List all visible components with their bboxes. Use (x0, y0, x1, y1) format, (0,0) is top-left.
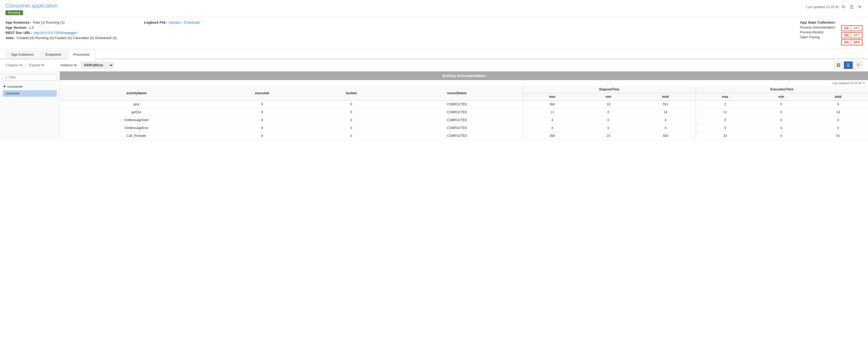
sidebar: ⧖ ▼ consumer consumer (0, 71, 60, 140)
toolbar-separator: | (25, 63, 26, 67)
cell-activity-name: OnMessageStart (60, 116, 213, 124)
list-view-btn[interactable]: ☰ (844, 61, 853, 69)
stats-section: App Stats Collection: Process Instrument… (800, 20, 863, 45)
status-badge: Running (5, 10, 23, 15)
pi-on-btn[interactable]: ON (842, 26, 851, 31)
info-bar: App Instances: Total (1) Running (1) App… (0, 17, 868, 49)
refresh-button[interactable]: ↻ (841, 4, 846, 10)
tree-group: ▼ consumer consumer (3, 84, 57, 97)
table-row: OnMessageStart 9 0 COMPLETED 4 0 4 0 0 0 (60, 116, 868, 124)
col-elapsed-time: ElapsedTime (523, 86, 696, 93)
activity-table: activityName executed faulted recentStat… (60, 86, 868, 140)
cell-ex-max: 11 (696, 108, 754, 116)
instance-select[interactable]: 830ffca66cec (81, 62, 114, 68)
cell-et-min: 0 (581, 108, 635, 116)
cell-et-min: 0 (581, 124, 635, 132)
sidebar-item-label: consumer (5, 92, 20, 95)
logback-label: Logback File: (144, 20, 167, 25)
table-toolbar: Last updated 23:29:45 ↻ (60, 80, 868, 86)
cell-executed: 9 (213, 100, 311, 108)
cell-activity-name: Call_Provider (60, 132, 213, 140)
col-ex-total: total (808, 93, 868, 100)
logback-separator: / (181, 20, 182, 25)
filter-input[interactable] (9, 75, 54, 79)
cell-ex-total: 6 (808, 100, 868, 108)
instance-id-label: Instance Id : (61, 63, 78, 67)
app-version-value: 1.0 (29, 26, 34, 30)
stats-collection-label: App Stats Collection: (800, 20, 836, 25)
pm-toggle[interactable]: ON OFF (841, 32, 863, 38)
last-updated-label: Last updated 23:29:35 (806, 5, 839, 9)
cell-recent-status: COMPLETED (391, 116, 523, 124)
pm-off-btn[interactable]: OFF (851, 33, 862, 38)
col-activity-name: activityName (60, 86, 213, 100)
app-title: Consumer.application (5, 3, 863, 9)
tab-app-instances[interactable]: App Instances (5, 50, 39, 59)
cell-et-total: 450 (636, 132, 696, 140)
table-row: OnMessageEnd 9 0 COMPLETED 4 0 4 0 0 0 (60, 124, 868, 132)
rest-doc-label: REST Doc URL: (5, 31, 32, 35)
cell-executed: 9 (213, 108, 311, 116)
cell-executed: 9 (213, 124, 311, 132)
tree-arrow-icon: ▼ (3, 85, 6, 89)
cell-ex-min: 0 (754, 116, 808, 124)
tab-processes[interactable]: Processes (67, 50, 95, 59)
cell-executed: 9 (213, 116, 311, 124)
main-content: ⧖ ▼ consumer consumer Activity Instrumen… (0, 71, 868, 140)
cell-et-max: 4 (523, 116, 581, 124)
col-ex-max: max (696, 93, 754, 100)
jobs-value: Created (9) Running (0) Faulted (0) Canc… (17, 36, 117, 40)
cell-ex-total: 0 (808, 116, 868, 124)
cell-et-total: 4 (636, 116, 696, 124)
pi-off-btn[interactable]: OFF (851, 26, 862, 31)
col-et-min: min (581, 93, 635, 100)
cell-ex-min: 0 (754, 132, 808, 140)
ot-on-btn[interactable]: ON (842, 40, 851, 45)
list-view-button[interactable]: ☰ (849, 4, 855, 10)
chart-view-btn[interactable]: 🖼 (834, 61, 843, 69)
pm-label: Process Monitor: (800, 30, 836, 34)
logback-download-link[interactable]: Download (184, 20, 200, 25)
pm-on-btn[interactable]: ON (842, 33, 851, 38)
filter-icon: ⧖ (5, 75, 7, 79)
rest-doc-link[interactable]: http://0.0.0.0:7000/swagger/ (34, 31, 78, 35)
cell-ex-max: 0 (696, 124, 754, 132)
logback-section: Logback File: Upload / Download (144, 20, 199, 25)
ot-off-btn[interactable]: OFF (851, 40, 862, 45)
cell-recent-status: COMPLETED (391, 132, 523, 140)
tree-group-header[interactable]: ▼ consumer (3, 84, 57, 90)
pi-toggle[interactable]: ON OFF (841, 25, 863, 31)
cell-faulted: 0 (311, 124, 391, 132)
cell-et-min: 19 (581, 100, 635, 108)
cell-faulted: 0 (311, 116, 391, 124)
cell-et-max: 4 (523, 124, 581, 132)
app-instances-label: App Instances: (5, 20, 31, 25)
cell-ex-max: 2 (696, 100, 754, 108)
cell-et-min: 0 (581, 116, 635, 124)
sidebar-item-consumer[interactable]: consumer (3, 90, 57, 97)
logback-upload-link[interactable]: Upload (168, 20, 180, 25)
cell-et-min: 15 (581, 132, 635, 140)
tree-group-label: consumer (7, 85, 23, 89)
table-row: Call_Provider 9 0 COMPLETED 308 15 450 3… (60, 132, 868, 140)
cell-faulted: 0 (311, 132, 391, 140)
table-refresh-icon[interactable]: ↻ (863, 81, 865, 85)
clock-view-btn[interactable]: ⏱ (854, 61, 863, 69)
expand-all-link[interactable]: Expand All (29, 63, 44, 67)
ot-toggle[interactable]: ON OFF (841, 39, 863, 45)
col-execution-time: ExecutionTime (696, 86, 868, 93)
tab-endpoints[interactable]: Endpoints (40, 50, 67, 59)
activity-section: Activity Instrumentation Last updated 23… (60, 71, 868, 140)
app-version-label: App Version: (5, 26, 27, 30)
close-button[interactable]: ✕ (857, 4, 863, 10)
table-row: pick 9 0 COMPLETED 364 19 551 2 0 6 (60, 100, 868, 108)
cell-ex-min: 0 (754, 124, 808, 132)
cell-recent-status: COMPLETED (391, 100, 523, 108)
cell-et-max: 364 (523, 100, 581, 108)
cell-et-total: 551 (636, 100, 696, 108)
col-ex-min: min (754, 93, 808, 100)
collapse-all-link[interactable]: Collapse All (5, 63, 23, 67)
jobs-label: Jobs: (5, 36, 15, 40)
filter-box[interactable]: ⧖ (3, 74, 57, 81)
app-info-section: App Instances: Total (1) Running (1) App… (5, 20, 117, 40)
